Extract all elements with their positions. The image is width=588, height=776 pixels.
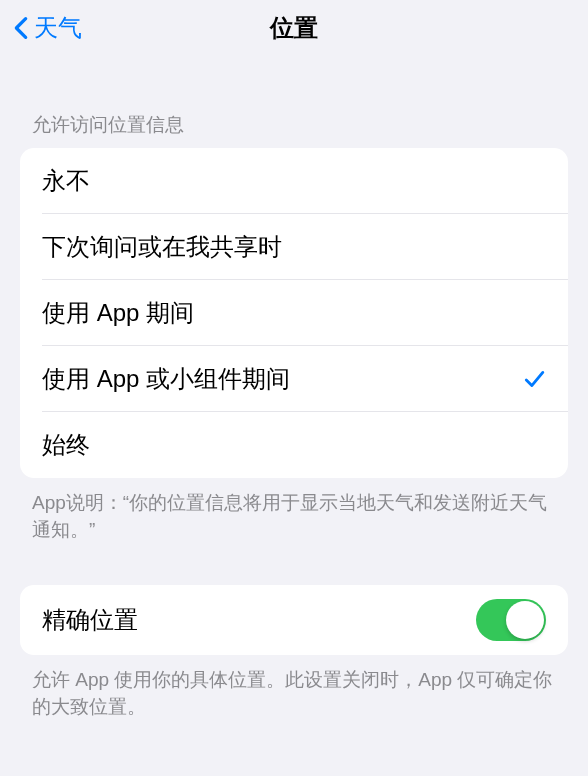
checkmark-icon xyxy=(522,367,546,391)
option-label: 使用 App 期间 xyxy=(42,297,194,329)
toggle-knob xyxy=(506,601,544,639)
precise-location-toggle[interactable] xyxy=(476,599,546,641)
option-ask-next-time[interactable]: 下次询问或在我共享时 xyxy=(20,214,568,280)
precise-location-row[interactable]: 精确位置 xyxy=(20,585,568,655)
option-label: 始终 xyxy=(42,429,90,461)
section-footer-precise-location: 允许 App 使用你的具体位置。此设置关闭时，App 仅可确定你的大致位置。 xyxy=(0,655,588,720)
back-button[interactable]: 天气 xyxy=(8,8,86,48)
spacer xyxy=(0,543,588,585)
back-label: 天气 xyxy=(34,12,82,44)
option-label: 下次询问或在我共享时 xyxy=(42,231,282,263)
page-title: 位置 xyxy=(270,12,318,44)
option-always[interactable]: 始终 xyxy=(20,412,568,478)
nav-bar: 天气 位置 xyxy=(0,0,588,56)
option-never[interactable]: 永不 xyxy=(20,148,568,214)
section-header-location-access: 允许访问位置信息 xyxy=(0,56,588,148)
precise-location-group: 精确位置 xyxy=(20,585,568,655)
option-label: 使用 App 或小组件期间 xyxy=(42,363,290,395)
option-label: 永不 xyxy=(42,165,90,197)
location-access-options: 永不 下次询问或在我共享时 使用 App 期间 使用 App 或小组件期间 始终 xyxy=(20,148,568,478)
option-while-using-app[interactable]: 使用 App 期间 xyxy=(20,280,568,346)
option-while-using-app-or-widgets[interactable]: 使用 App 或小组件期间 xyxy=(20,346,568,412)
precise-location-label: 精确位置 xyxy=(42,604,138,636)
section-footer-app-explanation: App说明：“你的位置信息将用于显示当地天气和发送附近天气通知。” xyxy=(0,478,588,543)
chevron-left-icon xyxy=(12,14,30,42)
